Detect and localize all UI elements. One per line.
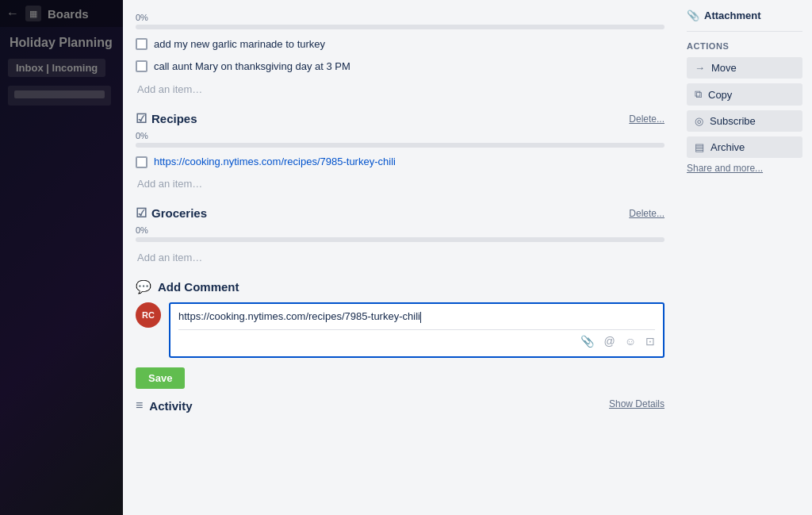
comment-value: https://cooking.nytimes.com/recipes/7985… bbox=[178, 310, 420, 322]
show-details-button[interactable]: Show Details bbox=[609, 398, 665, 409]
checklist-icon-groceries: ☑ bbox=[136, 206, 147, 221]
add-item-1[interactable]: Add an item… bbox=[136, 80, 665, 98]
activity-header: ≡ Activity Show Details bbox=[136, 395, 665, 413]
copy-label: Copy bbox=[708, 89, 732, 101]
add-item-groceries[interactable]: Add an item… bbox=[136, 248, 665, 267]
progress-label-recipes: 0% bbox=[136, 131, 665, 140]
move-button[interactable]: → Move bbox=[687, 57, 802, 79]
progress-bar-bg-1 bbox=[136, 25, 665, 29]
checklist-icon-recipes: ☑ bbox=[136, 111, 147, 126]
comment-row: RC https://cooking.nytimes.com/recipes/7… bbox=[136, 302, 665, 358]
comment-text: https://cooking.nytimes.com/recipes/7985… bbox=[178, 310, 655, 323]
comment-section-icon: 💬 bbox=[136, 279, 151, 294]
activity-title-row: ≡ Activity bbox=[136, 398, 193, 413]
modal-sidebar: 📎 Attachment Actions → Move ⧉ Copy ◎ Sub… bbox=[677, 0, 812, 515]
add-item-recipes[interactable]: Add an item… bbox=[136, 175, 665, 193]
progress-label-1: 0% bbox=[136, 13, 665, 22]
copy-icon: ⧉ bbox=[695, 88, 702, 101]
comment-box[interactable]: https://cooking.nytimes.com/recipes/7985… bbox=[169, 302, 665, 358]
comment-section-title: Add Comment bbox=[158, 280, 239, 294]
checklist-text-1-0: add my new garlic marinade to turkey bbox=[154, 37, 325, 52]
archive-icon: ▤ bbox=[695, 141, 704, 153]
share-more-link[interactable]: Share and more... bbox=[687, 163, 802, 174]
checklist-section-groceries: ☑ Groceries Delete... 0% Add an item… bbox=[136, 206, 665, 267]
delete-groceries-button[interactable]: Delete... bbox=[629, 208, 665, 219]
checkbox-1-1[interactable] bbox=[136, 60, 147, 72]
checklist-item-recipes-0: https://cooking.nytimes.com/recipes/7985… bbox=[136, 154, 665, 170]
checklist-item-1-1: call aunt Mary on thanksgiving day at 3 … bbox=[136, 58, 665, 75]
comment-avatar: RC bbox=[136, 302, 161, 328]
modal: 0% add my new garlic marinade to turkey … bbox=[123, 0, 812, 515]
checklist-header-recipes: ☑ Recipes Delete... bbox=[136, 111, 665, 126]
checkbox-1-0[interactable] bbox=[136, 38, 147, 50]
checklist-title-groceries: ☑ Groceries bbox=[136, 206, 207, 221]
copy-button[interactable]: ⧉ Copy bbox=[687, 83, 802, 106]
archive-button[interactable]: ▤ Archive bbox=[687, 136, 802, 158]
sidebar-divider-1 bbox=[687, 31, 802, 32]
checkbox-recipes-0[interactable] bbox=[136, 156, 147, 168]
checklist-title-text-groceries: Groceries bbox=[151, 206, 207, 220]
checklist-section-recipes: ☑ Recipes Delete... 0% https://cooking.n… bbox=[136, 111, 665, 193]
delete-recipes-button[interactable]: Delete... bbox=[629, 113, 665, 125]
save-button[interactable]: Save bbox=[136, 367, 185, 389]
subscribe-button[interactable]: ◎ Subscribe bbox=[687, 110, 802, 132]
checklist-link-recipes-0[interactable]: https://cooking.nytimes.com/recipes/7985… bbox=[154, 156, 396, 167]
activity-icon: ≡ bbox=[136, 398, 143, 413]
attachment-label: Attachment bbox=[704, 10, 761, 21]
progress-label-groceries: 0% bbox=[136, 225, 665, 235]
checklist-header-groceries: ☑ Groceries Delete... bbox=[136, 206, 665, 221]
archive-label: Archive bbox=[710, 141, 745, 153]
comment-section-header: 💬 Add Comment bbox=[136, 279, 665, 294]
attachment-header: 📎 Attachment bbox=[687, 10, 802, 21]
attach-button[interactable]: 📎 bbox=[580, 335, 594, 348]
subscribe-icon: ◎ bbox=[695, 115, 703, 127]
checklist-item-1-0: add my new garlic marinade to turkey bbox=[136, 36, 665, 53]
emoji-button[interactable]: ☺ bbox=[625, 335, 636, 348]
subscribe-label: Subscribe bbox=[710, 115, 756, 127]
activity-section: ≡ Activity Show Details bbox=[136, 395, 665, 413]
checklist-text-1-1: call aunt Mary on thanksgiving day at 3 … bbox=[154, 60, 350, 74]
attachment-icon: 📎 bbox=[687, 10, 699, 21]
checklist-title-text-recipes: Recipes bbox=[151, 112, 197, 125]
card-button[interactable]: ⊡ bbox=[645, 335, 655, 348]
move-label: Move bbox=[711, 62, 737, 74]
activity-title: Activity bbox=[149, 399, 192, 413]
progress-bar-bg-groceries bbox=[136, 237, 665, 242]
comment-cursor bbox=[420, 312, 421, 323]
comment-toolbar: 📎 @ ☺ ⊡ bbox=[178, 329, 655, 348]
progress-bar-bg-recipes bbox=[136, 143, 665, 148]
move-icon: → bbox=[695, 62, 705, 74]
mention-button[interactable]: @ bbox=[603, 335, 615, 348]
modal-main: 0% add my new garlic marinade to turkey … bbox=[123, 0, 677, 515]
checklist-section-1: 0% add my new garlic marinade to turkey … bbox=[136, 13, 665, 98]
actions-title: Actions bbox=[687, 41, 802, 51]
checklist-title-recipes: ☑ Recipes bbox=[136, 111, 197, 126]
